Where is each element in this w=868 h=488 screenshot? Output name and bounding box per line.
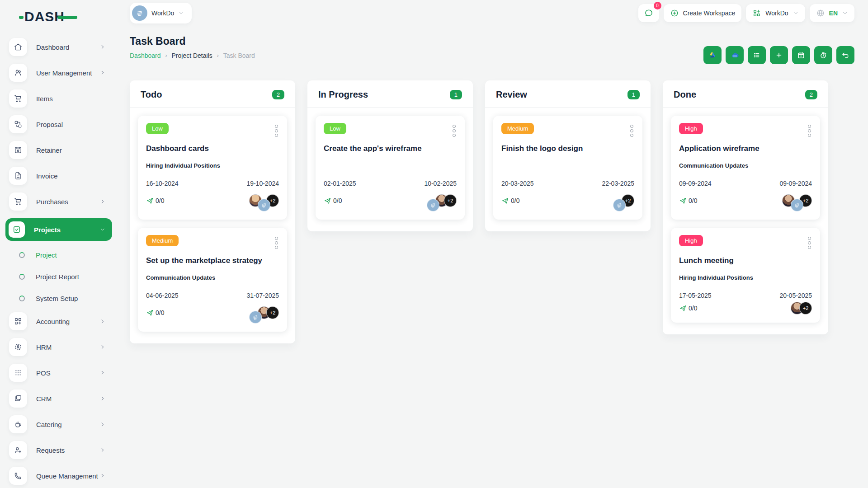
breadcrumb-dashboard[interactable]: Dashboard <box>130 52 161 59</box>
kanban-board: Todo 2 Low Dashboard cards Hiring Indivi… <box>130 80 828 343</box>
dots-grid-icon <box>14 368 23 377</box>
user-plus-icon <box>14 446 23 455</box>
card-menu-button[interactable] <box>807 235 812 251</box>
task-end-date: 19-10-2024 <box>246 180 279 187</box>
chat-icon <box>644 8 654 18</box>
google-drive-icon <box>708 51 717 60</box>
task-card[interactable]: Low Create the app's wireframe 02-01-202… <box>316 116 465 220</box>
send-icon <box>501 197 509 205</box>
priority-badge: Low <box>324 123 346 134</box>
sidebar-item-crm[interactable]: CRM <box>5 389 112 408</box>
task-end-date: 09-09-2024 <box>779 180 812 187</box>
task-card[interactable]: High Lunch meeting Hiring Individual Pos… <box>671 228 820 323</box>
task-milestone: Hiring Individual Positions <box>146 162 279 169</box>
send-icon <box>679 305 687 312</box>
column-count-badge: 1 <box>627 90 640 99</box>
breadcrumb-project-details[interactable]: Project Details <box>172 52 212 59</box>
chevron-right-icon <box>99 370 106 376</box>
sidebar-item-label: Retainer <box>36 146 112 154</box>
sidebar-item-proposal[interactable]: Proposal <box>5 115 112 133</box>
task-end-date: 22-03-2025 <box>602 180 634 187</box>
add-task-button[interactable] <box>770 46 788 64</box>
sidebar-subitem-project[interactable]: Project <box>19 247 118 263</box>
chevron-down-icon <box>793 10 799 16</box>
column-review: Review 1 Medium Finish the logo design 2… <box>485 80 651 231</box>
task-title[interactable]: Application wireframe <box>679 144 812 153</box>
send-icon <box>146 197 154 205</box>
list-view-button[interactable] <box>748 46 766 64</box>
sidebar-item-retainer[interactable]: Retainer <box>5 141 112 159</box>
task-title[interactable]: Finish the logo design <box>501 144 634 153</box>
sidebar-item-requests[interactable]: Requests <box>5 441 112 459</box>
task-start-date: 09-09-2024 <box>679 180 712 187</box>
task-start-date: 17-05-2025 <box>679 292 712 299</box>
app-menu-label: WorkDo <box>765 9 788 17</box>
task-title[interactable]: Dashboard cards <box>146 144 279 153</box>
sidebar-subitem-system-setup[interactable]: System Setup <box>19 291 118 306</box>
task-title[interactable]: Set up the marketplace strategy <box>146 256 279 265</box>
timer-button[interactable] <box>814 46 832 64</box>
card-menu-button[interactable] <box>629 123 634 139</box>
sidebar-item-dashboard[interactable]: Dashboard <box>5 38 112 56</box>
onedrive-button[interactable] <box>726 46 744 64</box>
language-selector[interactable]: EN <box>810 4 854 22</box>
card-menu-button[interactable] <box>452 123 457 139</box>
sidebar-item-accounting[interactable]: Accounting <box>5 312 112 330</box>
column-count-badge: 2 <box>805 90 817 99</box>
card-menu-button[interactable] <box>274 235 279 251</box>
task-start-date: 16-10-2024 <box>146 180 179 187</box>
task-card[interactable]: Medium Finish the logo design 20-03-2025… <box>493 116 642 220</box>
sidebar-item-projects[interactable]: Projects <box>5 218 112 241</box>
task-card[interactable]: Medium Set up the marketplace strategy C… <box>138 228 287 332</box>
undo-button[interactable] <box>836 46 854 64</box>
sidebar-item-pos[interactable]: POS <box>5 364 112 382</box>
sidebar-item-label: Dashboard <box>36 43 99 51</box>
breadcrumb-separator: › <box>217 52 219 59</box>
priority-badge: Medium <box>501 123 534 134</box>
bullet-icon <box>19 296 25 301</box>
sidebar-item-invoice[interactable]: Invoice <box>5 167 112 185</box>
messages-button[interactable]: 0 <box>638 4 659 22</box>
task-title[interactable]: Lunch meeting <box>679 256 812 265</box>
sidebar-item-items[interactable]: Items <box>5 89 112 108</box>
breadcrumb: Dashboard › Project Details › Task Board <box>130 52 255 59</box>
save-icon <box>14 145 23 155</box>
sidebar-subitem-project-report[interactable]: Project Report <box>19 269 118 284</box>
sidebar-item-purchases[interactable]: Purchases <box>5 192 112 211</box>
card-menu-button[interactable] <box>274 123 279 139</box>
sidebar-item-user-management[interactable]: User Management <box>5 64 112 82</box>
sidebar-item-label: Requests <box>36 446 99 454</box>
task-milestone <box>324 162 457 169</box>
plus-circle-icon <box>670 9 679 18</box>
chevron-right-icon <box>99 421 106 427</box>
avatar-more-button[interactable]: +2 <box>266 306 279 319</box>
apps-grid-icon <box>752 9 761 18</box>
avatar-more-button[interactable]: +2 <box>799 302 812 314</box>
sidebar-subitem-label: Project Report <box>36 273 79 281</box>
card-menu-button[interactable] <box>807 123 812 139</box>
calendar-button[interactable] <box>792 46 810 64</box>
column-title: Done <box>674 89 696 100</box>
board-toolbar <box>703 46 854 64</box>
task-title[interactable]: Create the app's wireframe <box>324 144 457 153</box>
avatar-more-button[interactable]: +2 <box>444 194 457 207</box>
create-workspace-button[interactable]: Create Workspace <box>664 4 742 22</box>
app-logo[interactable]: DASH <box>24 9 118 24</box>
sidebar-subitem-label: Project <box>36 251 57 259</box>
google-drive-button[interactable] <box>703 46 722 64</box>
column-title: Todo <box>141 89 162 100</box>
task-card[interactable]: Low Dashboard cards Hiring Individual Po… <box>138 116 287 220</box>
task-card[interactable]: High Application wireframe Communication… <box>671 116 820 220</box>
workspace-selector[interactable]: WorkDo <box>130 3 192 23</box>
task-end-date: 31-07-2025 <box>246 292 279 299</box>
assignee-avatars: +2 <box>249 190 279 211</box>
sidebar-item-queue-management[interactable]: Queue Management <box>5 467 112 485</box>
home-icon <box>14 42 23 52</box>
task-milestone: Communication Updates <box>146 274 279 281</box>
sidebar-item-catering[interactable]: Catering <box>5 415 112 433</box>
app-menu-button[interactable]: WorkDo <box>746 4 805 22</box>
send-icon <box>146 309 154 317</box>
subtask-progress: 0/0 <box>324 197 342 205</box>
sidebar-item-hrm[interactable]: HRM <box>5 338 112 356</box>
assignee-avatars: +2 <box>427 190 457 211</box>
